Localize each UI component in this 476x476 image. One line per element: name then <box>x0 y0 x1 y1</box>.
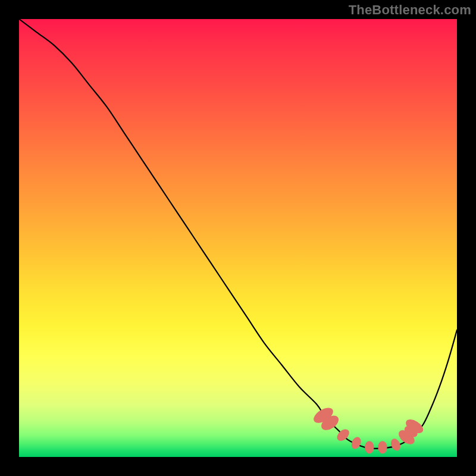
curve-svg <box>19 19 457 457</box>
bottleneck-curve <box>19 19 457 449</box>
highlight-marker <box>378 441 387 453</box>
highlight-marker <box>365 441 374 453</box>
marker-group <box>311 405 425 453</box>
chart-container: TheBottleneck.com <box>0 0 476 476</box>
watermark-text: TheBottleneck.com <box>349 2 471 18</box>
highlight-marker <box>350 436 363 450</box>
plot-area <box>19 19 457 457</box>
